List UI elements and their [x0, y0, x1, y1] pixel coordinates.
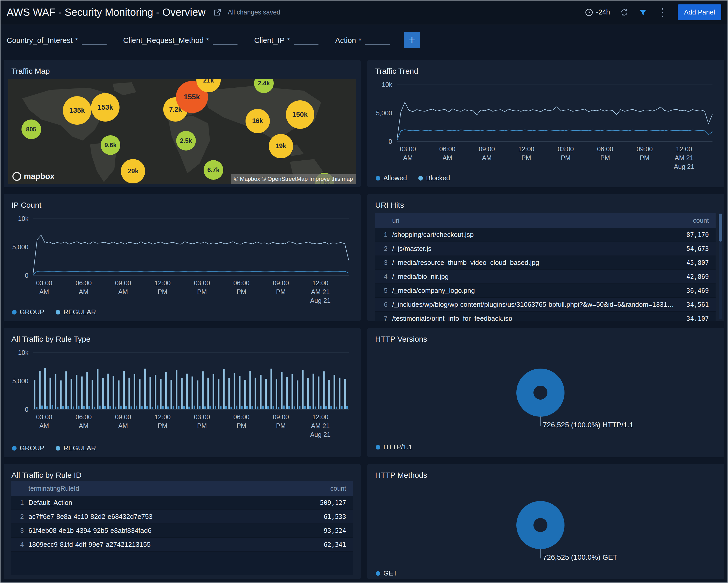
filter-required-mark: *: [359, 36, 361, 45]
table-row[interactable]: 2ac7ff6e7-8e8a-4c10-82d2-e68432d7e75361,…: [11, 510, 353, 524]
table-row[interactable]: 7/testimonials/print_info_for_feedback.j…: [375, 312, 716, 321]
y-axis-label: 10k: [18, 349, 28, 356]
traffic-trend-line-chart[interactable]: 03:00AM06:00AM09:00AM12:00PM03:00PM06:00…: [397, 85, 712, 141]
x-axis-label: 06:00PM: [233, 279, 250, 296]
scrollbar-thumb[interactable]: [719, 214, 722, 242]
mapbox-logo[interactable]: mapbox: [12, 172, 55, 181]
column-header[interactable]: terminatingRuleId: [24, 485, 314, 492]
panel-ip-count: IP Count 10k5,0000 03:00AM06:00AM09:00AM…: [4, 194, 361, 321]
x-axis-label: 06:00PM: [597, 145, 614, 162]
y-axis-label: 0: [25, 272, 28, 279]
legend-item[interactable]: GROUP: [12, 308, 44, 316]
map-bubble[interactable]: 16k: [245, 109, 270, 133]
legend-dot: [375, 445, 380, 450]
column-header[interactable]: uri: [388, 217, 677, 224]
row-rank: 1: [375, 231, 388, 238]
legend-dot: [418, 176, 423, 181]
row-rank: 3: [375, 259, 388, 266]
map-bubble[interactable]: 2.4k: [254, 79, 274, 93]
ip-count-line-chart[interactable]: 03:00AM06:00AM09:00AM12:00PM03:00PM06:00…: [33, 218, 349, 275]
chart-legend: HTTP/1.1: [375, 443, 412, 451]
panel-http-methods: HTTP Methods 726,525 (100.0%) GET GET: [367, 464, 724, 579]
legend-item[interactable]: HTTP/1.1: [375, 443, 412, 451]
add-filter-button[interactable]: +: [404, 32, 420, 48]
legend-item[interactable]: REGULAR: [56, 308, 96, 316]
column-header[interactable]: count: [677, 217, 716, 224]
column-header[interactable]: count: [314, 485, 353, 492]
dashboard-page: { "header": { "title": "AWS WAF - Securi…: [0, 0, 728, 583]
panel-title: Traffic Map: [11, 67, 361, 76]
filter-input[interactable]: [365, 35, 390, 45]
add-panel-button[interactable]: Add Panel: [678, 4, 721, 20]
map-attribution[interactable]: © Mapbox © OpenStreetMap Improve this ma…: [231, 174, 356, 184]
map-bubble[interactable]: 805: [22, 120, 41, 139]
filter-label: Action: [335, 36, 356, 45]
map-bubble[interactable]: 2.5k: [176, 131, 196, 151]
share-icon[interactable]: [213, 8, 222, 17]
panel-title: URI Hits: [375, 201, 724, 210]
table-row[interactable]: 361f4eb08-4e1b-4394-92b5-e8abf834fad693,…: [11, 524, 353, 538]
map-bubble[interactable]: 6.7k: [204, 160, 223, 180]
table-row[interactable]: 1/shopping/cart/checkout.jsp87,170: [375, 228, 716, 242]
row-count: 54,673: [677, 245, 716, 253]
x-axis-label: 06:00AM: [439, 145, 456, 162]
uri-hits-table: uricount1/shopping/cart/checkout.jsp87,1…: [375, 213, 716, 321]
row-rank: 4: [375, 273, 388, 281]
filter-input[interactable]: [82, 35, 107, 45]
header-actions: -24h ⋮ Add Panel: [585, 4, 721, 20]
chart-area: 10k5,0000 03:00AM06:00AM09:00AM12:00PM03…: [11, 352, 349, 409]
rule-type-bar-chart[interactable]: 03:00AM06:00AM09:00AM12:00PM03:00PM06:00…: [33, 352, 349, 409]
legend-item[interactable]: REGULAR: [56, 444, 96, 452]
legend-item[interactable]: GROUP: [12, 444, 44, 452]
row-key: /shopping/cart/checkout.jsp: [388, 231, 677, 239]
refresh-icon[interactable]: [620, 8, 629, 17]
map-bubble[interactable]: 29k: [121, 159, 145, 183]
table-row[interactable]: 6/_includes/wp/blog/wp-content/plugins/u…: [375, 298, 716, 312]
table-row[interactable]: 5/_media/company_logo.png36,469: [375, 284, 716, 298]
legend-item[interactable]: GET: [375, 569, 397, 577]
x-axis-label: 09:00AM: [478, 145, 495, 162]
filter-label: Client_Request_Method: [123, 36, 204, 45]
http-versions-donut-chart[interactable]: [516, 369, 565, 417]
x-axis-label: 09:00PM: [273, 413, 289, 430]
map-bubble[interactable]: 135k: [63, 96, 91, 125]
table-row[interactable]: 3/_media/resource_thumb_video_cloud_base…: [375, 256, 716, 270]
y-axis-label: 10k: [18, 215, 28, 222]
x-axis-label: 12:00PM: [154, 413, 171, 430]
table-row[interactable]: 1Default_Action509,127: [11, 496, 353, 510]
kebab-menu-icon[interactable]: ⋮: [657, 7, 668, 18]
legend-item[interactable]: Allowed: [375, 174, 407, 182]
panel-title: Traffic Trend: [375, 67, 724, 76]
filter-client_ip: Client_IP*: [254, 35, 318, 45]
legend-item[interactable]: Blocked: [418, 174, 450, 182]
row-rank: 2: [375, 245, 388, 253]
dashboard-grid: Traffic Map 805135k153k9.6k29k7.2k155k21…: [0, 55, 728, 579]
table-scrollbar[interactable]: [719, 213, 722, 319]
map-bubble[interactable]: 9.6k: [101, 135, 120, 155]
row-key: ac7ff6e7-8e8a-4c10-82d2-e68432d7e753: [24, 513, 314, 521]
y-axis: 10k5,0000: [375, 85, 397, 141]
chart-area: 10k5,0000 03:00AM06:00AM09:00AM12:00PM03…: [375, 85, 712, 141]
filter-input[interactable]: [213, 35, 237, 45]
filter-input[interactable]: [294, 35, 318, 45]
map-bubble[interactable]: 153k: [91, 93, 120, 122]
x-axis-label: 03:00AM: [36, 413, 52, 430]
map-bubble[interactable]: 19k: [269, 134, 293, 158]
http-methods-donut-chart[interactable]: [516, 501, 565, 549]
filter-icon[interactable]: [639, 8, 647, 17]
filter-bar: Country_of_Interest*Client_Request_Metho…: [0, 25, 728, 55]
row-count: 61,533: [314, 513, 353, 521]
table-row[interactable]: 41809ecc9-81fd-4dff-99e7-a2742121315562,…: [11, 538, 353, 552]
traffic-map[interactable]: 805135k153k9.6k29k7.2k155k21k2.5k2.4k16k…: [8, 79, 356, 184]
y-axis-label: 0: [25, 406, 28, 413]
donut-callout: 726,525 (100.0%) HTTP/1.1: [540, 416, 633, 426]
x-axis: 03:00AM06:00AM09:00AM12:00PM03:00PM06:00…: [33, 275, 349, 309]
panel-title: HTTP Versions: [375, 335, 724, 344]
callout-line: [540, 549, 541, 558]
row-key: Default_Action: [24, 499, 314, 507]
table-row[interactable]: 4/_media/bio_nir.jpg42,869: [375, 270, 716, 284]
map-bubble[interactable]: 150k: [286, 100, 314, 129]
panel-traffic-map: Traffic Map 805135k153k9.6k29k7.2k155k21…: [4, 60, 361, 187]
time-range-button[interactable]: -24h: [585, 8, 610, 17]
table-row[interactable]: 2/_js/master.js54,673: [375, 242, 716, 256]
